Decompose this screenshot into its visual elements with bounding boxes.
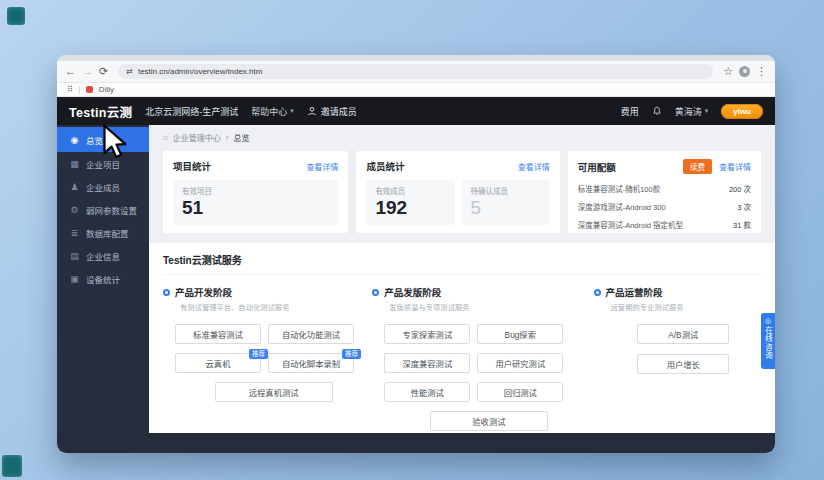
recommend-badge: 推荐: [342, 349, 361, 359]
stat-value: 5: [471, 198, 541, 219]
service-button[interactable]: 用户增长: [637, 354, 729, 374]
address-bar[interactable]: ⇄ testin.cn/admin/overview/index.htm: [118, 64, 713, 79]
sidebar-item-device-stats[interactable]: ▣ 设备统计: [57, 267, 149, 290]
services-panel: Testin云测试服务 产品开发阶段 有测试管理平台、自动化测试服务: [149, 243, 775, 433]
user-menu[interactable]: 黄海涛 ▾: [675, 105, 709, 118]
stat-box: 待确认成员 5: [462, 180, 550, 225]
sidebar-item-label: 弱网参数设置: [86, 204, 137, 216]
desktop-shortcut-icon[interactable]: [7, 7, 25, 25]
service-button[interactable]: A/B测试: [637, 324, 729, 344]
sidebar-item-label: 数据库配置: [86, 227, 129, 239]
stat-label: 有效项目: [182, 185, 329, 196]
service-button[interactable]: 性能测试: [384, 382, 470, 402]
invite-member-label: 邀请成员: [321, 105, 357, 118]
quota-row: 深度兼容测试-Android 指定机型 31 款: [578, 215, 751, 233]
service-button[interactable]: 专家探索测试: [384, 324, 470, 344]
org-name: 北京云测网络-生产测试: [145, 105, 238, 118]
project-stats-card: 项目统计 查看详情 有效项目 51: [163, 151, 348, 233]
quota-value: 31 款: [733, 219, 751, 230]
support-tab[interactable]: ◎ 在线咨询: [761, 313, 775, 369]
quota-row: 深度游戏测试-Android 300 3 次: [578, 197, 751, 215]
card-title: 可用配额: [578, 160, 683, 174]
browser-toolbar: ← → ⟳ ⇄ testin.cn/admin/overview/index.h…: [57, 61, 775, 83]
service-button[interactable]: 自动化功能测试: [268, 324, 354, 344]
bookmark-star-icon[interactable]: ☆: [723, 66, 733, 77]
site-info-icon[interactable]: ⇄: [126, 67, 133, 76]
service-button[interactable]: 验收测试: [430, 411, 548, 431]
browser-profile-avatar[interactable]: [739, 66, 750, 77]
renew-button[interactable]: 续费: [683, 159, 712, 174]
database-icon: ≣: [69, 228, 80, 238]
breadcrumb-separator: ›: [226, 133, 229, 142]
quota-card: 可用配额 续费 查看详情 标准兼容测试-随机100款 200 次: [568, 151, 761, 233]
sidebar-item-network-settings[interactable]: ⚙ 弱网参数设置: [57, 198, 149, 221]
view-details-link[interactable]: 查看详情: [306, 161, 338, 172]
service-button[interactable]: 远程真机测试: [215, 382, 333, 402]
stat-value: 51: [182, 198, 329, 219]
url-text: testin.cn/admin/overview/index.htm: [138, 67, 263, 76]
breadcrumb-current: 总览: [234, 132, 250, 143]
stat-label: 有效成员: [375, 185, 445, 196]
sidebar-item-projects[interactable]: ▦ 企业项目: [57, 152, 149, 175]
stage-ring-icon: [594, 289, 601, 296]
network-settings-icon: ⚙: [69, 205, 80, 215]
browser-menu-icon[interactable]: ⋮: [756, 66, 767, 77]
stat-label: 待确认成员: [471, 185, 541, 196]
main-content: ⌂ 企业管理中心 › 总览 项目统计 查看详情 有效项目: [149, 125, 775, 433]
desktop-shortcut-icon[interactable]: [2, 455, 22, 477]
quota-label: 深度兼容测试-Android 指定机型: [578, 219, 683, 230]
sidebar-item-label: 企业成员: [86, 181, 120, 193]
stat-value: 192: [375, 198, 445, 219]
stage-title: 产品运营阶段: [606, 285, 663, 299]
service-button[interactable]: 用户研究测试: [477, 353, 563, 373]
service-button[interactable]: 标准兼容测试: [175, 324, 261, 344]
quota-row: 标准兼容测试-随机100款 200 次: [578, 179, 751, 197]
member-stats-card: 成员统计 查看详情 有效成员 192 待确认成员 5: [356, 151, 559, 233]
bookmark-item-dilly[interactable]: Dilly: [99, 85, 114, 94]
view-details-link[interactable]: 查看详情: [719, 161, 751, 172]
stat-box: 有效成员 192: [366, 180, 454, 225]
service-button[interactable]: 回归测试: [477, 382, 563, 402]
notification-bell-icon[interactable]: [652, 106, 662, 116]
back-icon[interactable]: ←: [65, 66, 76, 77]
sidebar-item-label: 企业项目: [86, 158, 120, 170]
apps-grid-icon[interactable]: ⠿: [67, 86, 73, 94]
sidebar-item-label: 设备统计: [86, 273, 120, 285]
sidebar-item-company-info[interactable]: ▤ 企业信息: [57, 244, 149, 267]
sidebar-item-overview[interactable]: ◉ 总览: [57, 127, 149, 152]
service-column-operation: 产品运营阶段 运营期的专业测试服务 A/B测试 用户增长: [594, 285, 761, 431]
chevron-down-icon: ▾: [705, 107, 709, 115]
testin-logo[interactable]: Testin云测: [69, 102, 132, 121]
service-button[interactable]: 深度兼容测试: [384, 353, 470, 373]
service-button-label: 云真机: [206, 359, 231, 369]
forward-icon[interactable]: →: [82, 66, 93, 77]
home-icon[interactable]: ⌂: [163, 133, 168, 142]
help-center-menu[interactable]: 帮助中心 ▾: [251, 105, 294, 118]
billing-link[interactable]: 费用: [621, 105, 639, 118]
service-button[interactable]: 云真机 推荐: [175, 353, 261, 373]
reload-icon[interactable]: ⟳: [99, 66, 108, 77]
sidebar-item-members[interactable]: ♟ 企业成员: [57, 175, 149, 198]
service-column-development: 产品开发阶段 有测试管理平台、自动化测试服务 标准兼容测试 自动化功能测试: [163, 285, 372, 431]
person-icon: [307, 106, 317, 116]
recommend-badge: 推荐: [249, 349, 268, 359]
card-title: 成员统计: [366, 159, 517, 173]
company-info-icon: ▤: [69, 251, 80, 261]
sidebar: ◉ 总览 ▦ 企业项目 ♟ 企业成员 ⚙ 弱网参数设置: [57, 125, 149, 433]
overview-icon: ◉: [69, 135, 80, 145]
browser-window: ← → ⟳ ⇄ testin.cn/admin/overview/index.h…: [57, 55, 775, 453]
sidebar-item-database-config[interactable]: ≣ 数据库配置: [57, 221, 149, 244]
view-details-link[interactable]: 查看详情: [518, 161, 550, 172]
service-button[interactable]: 自动化脚本录制 推荐: [268, 353, 354, 373]
invite-member-button[interactable]: 邀请成员: [307, 105, 357, 118]
breadcrumb-root[interactable]: 企业管理中心: [173, 132, 221, 143]
service-button[interactable]: Bug探索: [477, 324, 563, 344]
stage-title: 产品发版阶段: [384, 285, 441, 299]
services-title: Testin云测试服务: [163, 252, 761, 275]
header-cta-button[interactable]: yiwu: [721, 104, 763, 119]
quota-label: 标准兼容测试-随机100款: [578, 183, 661, 194]
stats-cards-row: 项目统计 查看详情 有效项目 51 成员统计 查看详情: [163, 151, 761, 233]
card-title: 项目统计: [173, 159, 306, 173]
stage-subtitle: 有测试管理平台、自动化测试服务: [180, 302, 372, 312]
quota-value: 200 次: [729, 183, 751, 194]
